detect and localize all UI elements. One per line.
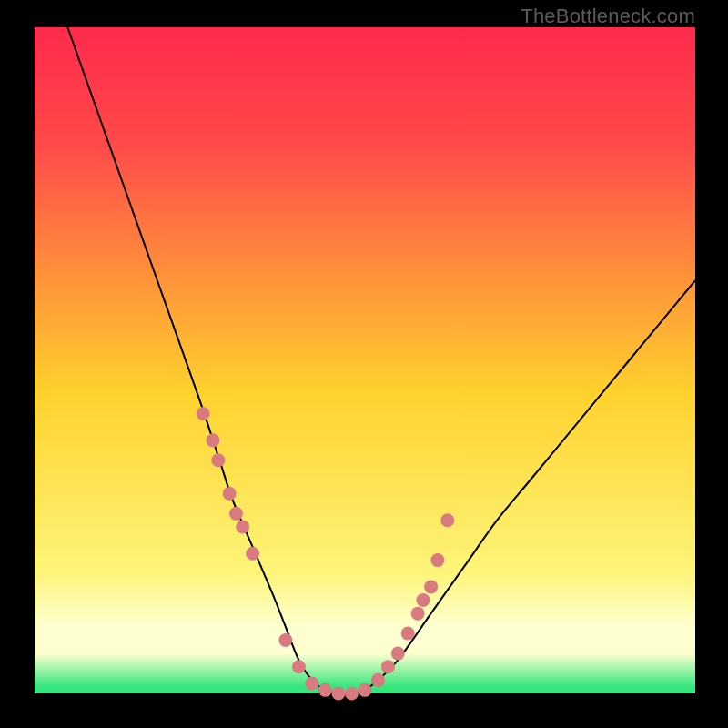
- curve-marker: [305, 677, 318, 691]
- chart-frame: TheBottleneck.com: [0, 0, 728, 728]
- curve-marker: [246, 547, 259, 561]
- curve-marker: [292, 660, 306, 673]
- curve-marker: [345, 687, 359, 701]
- curve-marker: [278, 633, 292, 647]
- curve-marker: [416, 593, 430, 607]
- curve-marker: [207, 433, 220, 447]
- curve-marker: [223, 487, 237, 500]
- curve-marker: [440, 513, 454, 527]
- curve-marker: [401, 627, 415, 641]
- marker-group: [197, 407, 455, 700]
- bottleneck-curve: [67, 27, 695, 693]
- curve-marker: [229, 507, 243, 521]
- curve-marker: [318, 683, 332, 697]
- curve-marker: [371, 673, 385, 687]
- curve-marker: [211, 453, 225, 467]
- curve-marker: [359, 683, 372, 697]
- curve-marker: [391, 647, 405, 661]
- curve-marker: [430, 553, 444, 567]
- curve-marker: [424, 580, 438, 593]
- curve-marker: [381, 660, 395, 673]
- chart-svg: [35, 27, 695, 693]
- curve-marker: [236, 521, 249, 534]
- curve-marker: [197, 407, 210, 420]
- watermark-text: TheBottleneck.com: [521, 5, 695, 28]
- curve-marker: [331, 687, 345, 701]
- curve-marker: [411, 607, 425, 621]
